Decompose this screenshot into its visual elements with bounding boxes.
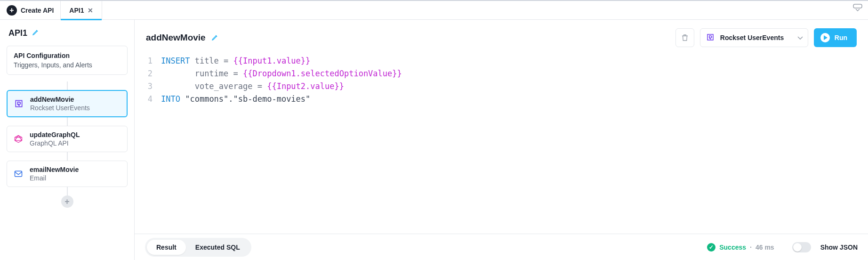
add-step-button[interactable]: + (61, 195, 73, 208)
code-lines: INSERT title = {{Input1.value}} runtime … (158, 55, 402, 106)
run-label: Run (835, 34, 847, 41)
step-title: addNewMovie (146, 32, 206, 43)
line-gutter: 1 2 3 4 (135, 55, 158, 106)
sidebar: API1 API Configuration Triggers, Inputs,… (0, 20, 135, 260)
check-icon: ✓ (707, 243, 715, 252)
connector (67, 117, 68, 126)
main-header: addNewMovie Rockset UserEvents Run (135, 20, 868, 53)
result-tabs: Result Executed SQL (145, 238, 251, 257)
email-icon (13, 168, 24, 179)
tab-executed-sql[interactable]: Executed SQL (186, 240, 249, 255)
code-editor[interactable]: 1 2 3 4 INSERT title = {{Input1.value}} … (135, 53, 868, 234)
panel-toggle-icon[interactable] (853, 4, 862, 11)
config-subtitle: Triggers, Inputs, and Alerts (14, 61, 121, 69)
edit-icon[interactable] (211, 33, 219, 42)
config-title: API Configuration (14, 52, 121, 59)
api-title-row: API1 (7, 28, 128, 38)
connector (67, 81, 68, 90)
show-json-toggle[interactable] (792, 242, 811, 252)
step-datasource: GraphQL API (30, 139, 80, 147)
bottom-bar: Result Executed SQL ✓ Success · 46 ms Sh… (135, 234, 868, 260)
step-updategraphql[interactable]: updateGraphQL GraphQL API (7, 126, 128, 152)
top-bar: + Create API API1 ✕ (0, 0, 868, 20)
tab-result[interactable]: Result (147, 240, 186, 255)
graphql-icon (13, 133, 24, 145)
status-separator: · (750, 244, 752, 251)
delete-button[interactable] (675, 28, 694, 47)
show-json-label: Show JSON (820, 244, 858, 251)
close-icon[interactable]: ✕ (88, 7, 93, 14)
datasource-label: Rockset UserEvents (720, 34, 784, 41)
api-name: API1 (8, 28, 27, 38)
svg-rect-3 (15, 171, 22, 177)
step-name: updateGraphQL (30, 131, 80, 138)
create-api-label: Create API (21, 7, 54, 14)
workspace: API1 API Configuration Triggers, Inputs,… (0, 20, 868, 260)
tab-api1[interactable]: API1 ✕ (60, 1, 102, 20)
rockset-icon (706, 33, 715, 43)
tab-label: API1 (69, 7, 84, 14)
main-panel: addNewMovie Rockset UserEvents Run (135, 20, 868, 260)
datasource-select[interactable]: Rockset UserEvents (700, 28, 808, 47)
run-button[interactable]: Run (814, 28, 857, 47)
chevron-down-icon (797, 34, 803, 41)
rockset-icon (13, 98, 24, 109)
connector (67, 187, 68, 195)
create-api-button[interactable]: + Create API (6, 5, 60, 16)
api-configuration-card[interactable]: API Configuration Triggers, Inputs, and … (7, 46, 128, 75)
status: ✓ Success · 46 ms Show JSON (707, 242, 858, 252)
step-name: addNewMovie (30, 96, 90, 103)
plus-icon: + (7, 5, 17, 16)
status-label: Success (719, 244, 746, 251)
step-datasource: Rockset UserEvents (30, 104, 90, 112)
svg-rect-0 (853, 4, 862, 8)
status-time: 46 ms (755, 244, 774, 251)
step-addnewmovie[interactable]: addNewMovie Rockset UserEvents (7, 90, 128, 117)
step-name: emailNewMovie (30, 166, 79, 173)
step-emailnewmovie[interactable]: emailNewMovie Email (7, 161, 128, 187)
edit-icon[interactable] (32, 28, 40, 38)
connector (67, 152, 68, 161)
step-datasource: Email (30, 174, 79, 182)
play-icon (820, 33, 830, 42)
